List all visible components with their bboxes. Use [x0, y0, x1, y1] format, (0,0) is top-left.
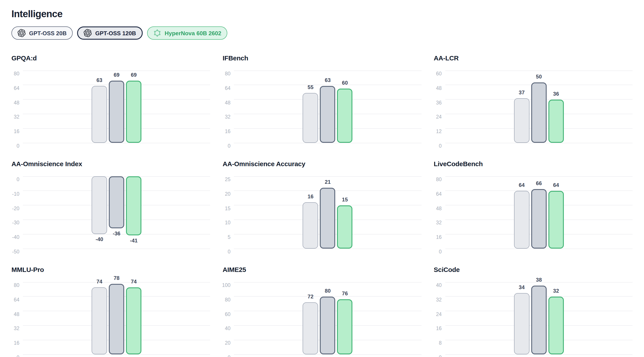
- y-tick-label: 48: [436, 206, 442, 211]
- openai-logo-icon: [84, 29, 92, 37]
- bar-column: 78: [109, 282, 124, 354]
- y-tick-label: 0: [439, 143, 442, 149]
- bar: [337, 205, 352, 249]
- bar-value-label: -40: [96, 237, 103, 242]
- y-tick-label: 0: [16, 177, 20, 182]
- bar: [109, 81, 124, 143]
- bar-value-label: 36: [553, 91, 559, 97]
- bar: [303, 302, 318, 354]
- y-tick-label: -10: [12, 191, 20, 197]
- charts-grid: GPQA:d80644832160636969IFBench8064483216…: [12, 54, 632, 354]
- bar-column: 60: [337, 71, 352, 143]
- page: Intelligence GPT-OSS 20B GPT-OSS 120B: [0, 0, 644, 357]
- bar-value-label: 74: [96, 279, 102, 285]
- y-tick-label: 48: [14, 100, 20, 105]
- bar-value-label: 34: [519, 284, 525, 290]
- hypernova-icon: [153, 29, 161, 37]
- y-tick-label: -20: [12, 206, 20, 211]
- y-tick-label: 0: [16, 143, 20, 149]
- bar-column: 55: [303, 71, 318, 143]
- y-tick-label: 16: [14, 340, 20, 345]
- y-tick-label: 32: [14, 114, 20, 120]
- y-tick-label: 40: [225, 326, 230, 331]
- y-tick-label: 0: [439, 355, 442, 357]
- y-tick-label: 60: [225, 311, 230, 317]
- bar: [126, 288, 142, 354]
- y-tick-label: 48: [225, 100, 230, 105]
- chart-plot: 2520151050162115: [234, 176, 422, 249]
- chart-plot: 80644832160747874: [23, 282, 210, 354]
- bar-column: 74: [92, 282, 107, 354]
- bar-column: 74: [126, 282, 142, 354]
- bar-column: -41: [126, 176, 142, 249]
- y-tick-label: 8: [439, 340, 442, 345]
- y-tick-label: 10: [225, 220, 230, 225]
- bar: [126, 81, 142, 143]
- bar-column: 38: [531, 282, 547, 354]
- chart-title: LiveCodeBench: [434, 160, 632, 168]
- bar-group: 162115: [234, 176, 422, 249]
- y-tick-label: -40: [12, 234, 20, 240]
- y-tick-label: 48: [14, 311, 20, 317]
- model-chip-label: GPT-OSS 20B: [29, 30, 67, 36]
- bar: [531, 189, 547, 249]
- y-tick-label: 64: [14, 297, 20, 302]
- bar-group: 728076: [234, 282, 422, 354]
- chart-card: AA-LCR60483624120375036: [434, 54, 632, 143]
- bar-value-label: -41: [130, 238, 138, 244]
- bar: [109, 176, 124, 228]
- bar: [303, 93, 318, 143]
- page-title: Intelligence: [12, 8, 632, 20]
- chart-plot: 80644832160636969: [23, 71, 210, 143]
- bar-column: -40: [92, 176, 107, 249]
- y-tick-label: 80: [14, 71, 20, 76]
- bar-column: 16: [303, 176, 318, 249]
- y-tick-label: 64: [436, 191, 442, 197]
- bar: [514, 191, 530, 249]
- chart-card: GPQA:d80644832160636969: [12, 54, 210, 143]
- y-tick-label: 15: [225, 206, 230, 211]
- y-tick-label: 16: [436, 234, 442, 240]
- bar-value-label: 72: [308, 294, 314, 300]
- bar: [92, 86, 107, 143]
- chart-plot: 4032241680343832: [445, 282, 632, 354]
- bar-column: 64: [548, 176, 564, 249]
- bar-value-label: 76: [342, 291, 348, 297]
- bar: [337, 89, 352, 143]
- chart-plot: 60483624120375036: [445, 71, 632, 143]
- bar-value-label: 60: [342, 80, 348, 86]
- y-tick-label: 20: [225, 191, 230, 197]
- y-tick-label: 32: [225, 114, 230, 120]
- chart-title: IFBench: [223, 54, 422, 62]
- model-chip-gpt-oss-120b[interactable]: GPT-OSS 120B: [77, 27, 143, 40]
- y-tick-label: 64: [225, 86, 230, 91]
- y-tick-label: 5: [228, 234, 230, 240]
- model-chip-gpt-oss-20b[interactable]: GPT-OSS 20B: [12, 27, 73, 40]
- bar-value-label: 38: [536, 277, 542, 283]
- bar-value-label: 21: [325, 180, 331, 185]
- bar-column: 63: [320, 71, 336, 143]
- y-tick-label: 0: [228, 249, 230, 254]
- bar-column: 64: [514, 176, 530, 249]
- model-chip-hypernova-60b-2602[interactable]: HyperNova 60B 2602: [147, 27, 227, 40]
- bar: [548, 99, 564, 143]
- y-tick-label: 24: [436, 311, 442, 317]
- bar-value-label: 69: [114, 72, 120, 78]
- y-tick-label: 25: [225, 177, 230, 182]
- bar-group: 375036: [445, 71, 632, 143]
- y-tick-label: 0: [439, 249, 442, 254]
- bar-value-label: 63: [325, 78, 331, 83]
- chart-plot: 80644832160556360: [234, 71, 422, 143]
- bar-group: 646664: [445, 176, 632, 249]
- bar-group: 747874: [23, 282, 210, 354]
- bar: [531, 286, 547, 354]
- y-tick-label: 80: [225, 71, 230, 76]
- bar: [303, 202, 318, 249]
- chart-title: AA-Omniscience Accuracy: [223, 160, 422, 168]
- bar-value-label: 80: [325, 288, 331, 294]
- y-tick-label: 36: [436, 100, 442, 105]
- chart-card: MMLU-Pro80644832160747874: [12, 265, 210, 354]
- chart-title: AA-LCR: [434, 54, 632, 62]
- y-tick-label: 20: [225, 340, 230, 345]
- y-tick-label: 48: [436, 86, 442, 91]
